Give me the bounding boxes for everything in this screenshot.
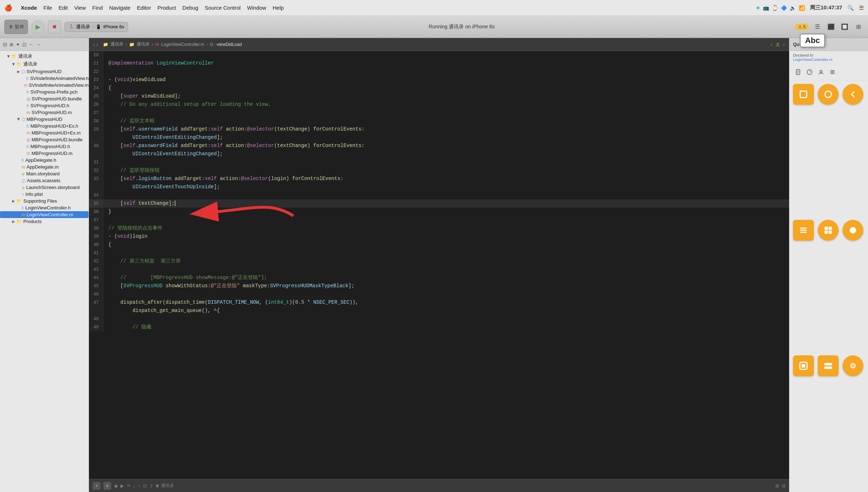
record-button[interactable] <box>843 220 863 241</box>
sidebar-item-main-storyboard[interactable]: ▶ ◈ Main.storyboard <box>0 170 89 177</box>
menubar-view[interactable]: View <box>74 5 86 11</box>
sidebar-item-sv-h1[interactable]: ▶ h SVIndefiniteAnimatedView.h <box>0 75 89 82</box>
sidebar-back-icon[interactable]: ← <box>29 42 34 47</box>
sidebar-item-loginvc-m[interactable]: ▶ m LoginViewController.m <box>0 211 89 218</box>
sidebar-item-appdelegate-h[interactable]: ▶ h AppDelegate.h <box>0 157 89 164</box>
sidebar-item-group[interactable]: ▶ 📁 通讯录 <box>0 60 89 68</box>
forward-arrow[interactable]: › <box>96 42 98 47</box>
menubar-file[interactable]: File <box>43 5 52 11</box>
svg-rect-22 <box>829 231 832 234</box>
menubar-window[interactable]: Window <box>247 5 266 11</box>
sidebar-item-mb-bundle[interactable]: ▶ ◎ MBProgressHUD.bundle <box>0 136 89 143</box>
code-line-38: 38 // 登陆按钮的点击事件 <box>89 224 789 232</box>
square-stop-button[interactable] <box>793 84 814 105</box>
arrow-open-icon: ▶ <box>7 53 11 59</box>
sidebar-item-launch-storyboard[interactable]: ▶ ◈ LaunchScreen.storyboard <box>0 184 89 191</box>
warning-badge[interactable]: ⚠ 5 <box>795 24 808 30</box>
apple-icon[interactable]: 🍎 <box>4 4 12 12</box>
list-icon[interactable]: ☰ <box>859 5 864 11</box>
inspector-toggle[interactable]: 🔲 <box>839 22 850 32</box>
back-arrow[interactable]: ‹ <box>93 42 95 47</box>
menubar-navigate[interactable]: Navigate <box>109 5 130 11</box>
sidebar-item-sv-pch[interactable]: ▶ h SVProgress-Prefix.pch <box>0 89 89 95</box>
share-icon: ⇪ <box>150 483 153 488</box>
sidebar-item-label: 通讯录 <box>23 61 37 67</box>
menubar-source-control[interactable]: Source Control <box>205 5 241 11</box>
filter-button[interactable]: ≡ <box>103 482 111 490</box>
warning-nav-icon[interactable]: ⚠ <box>775 42 780 47</box>
pause-button[interactable]: ⏸ 暂停 <box>4 20 28 34</box>
sidebar-nav-icon[interactable]: ⊟ <box>3 42 7 47</box>
identity-inspector-tab[interactable] <box>816 67 826 77</box>
sidebar-filter-icon[interactable]: ✦ <box>16 42 20 47</box>
breadcrumb-item-2[interactable]: 通讯录 <box>137 41 150 47</box>
sidebar-item-infoplist[interactable]: ▶ ≡ Info.plist <box>0 191 89 198</box>
breadcrumb-item-1[interactable]: 通讯录 <box>110 41 123 47</box>
sidebar-item-mb-m1[interactable]: ▶ m MBProgressHUD+Ex.m <box>0 129 89 136</box>
navigator-toggle[interactable]: ☰ <box>812 22 823 32</box>
menubar-debug[interactable]: Debug <box>183 5 198 11</box>
run-button[interactable]: ▶ <box>32 20 44 33</box>
sidebar-item-label: MBProgressHUD+Ex.m <box>32 130 81 136</box>
menubar-find[interactable]: Find <box>92 5 103 11</box>
sidebar-forward-icon[interactable]: → <box>36 42 41 47</box>
wide-layout-button[interactable] <box>818 355 839 376</box>
breadcrumb-item-4[interactable]: -viewDidLoad <box>216 42 242 47</box>
scheme-icon: 🏃 <box>69 24 74 29</box>
nav-right-icon[interactable]: › <box>783 41 785 48</box>
stop-button[interactable]: ■ <box>48 20 61 33</box>
sidebar-item-mb-m2[interactable]: ▶ m MBProgressHUD.m <box>0 150 89 157</box>
back-arrow-button[interactable] <box>843 84 863 105</box>
step-in-icon: ↓ <box>133 483 135 488</box>
menubar-edit[interactable]: Edit <box>58 5 68 11</box>
menubar-xcode[interactable]: Xcode <box>21 5 37 11</box>
code-line-32: 32 // 监听登陆按钮 <box>89 166 789 175</box>
breadcrumb-item-3[interactable]: LoginViewController.m <box>161 42 204 47</box>
svg-point-13 <box>831 73 833 74</box>
rounded-square-button[interactable] <box>793 355 814 376</box>
sidebar-item-sv-bundle[interactable]: ▶ ◎ SVProgressHUD.bundle <box>0 95 89 102</box>
code-line-25: 25 [super viewDidLoad]; <box>89 92 789 100</box>
sidebar-item-mb-h1[interactable]: ▶ h MBProgressHUD+Ex.h <box>0 123 89 129</box>
scheme-selector[interactable]: 🏃 通讯录 › 📱 iPhone 6s <box>65 22 128 32</box>
svg-point-12 <box>832 71 834 73</box>
sidebar-item-mbprogress[interactable]: ▶ ⬡ MBProgressHUD <box>0 116 89 123</box>
nav-left-icon[interactable]: ‹ <box>770 41 772 48</box>
sidebar-item-sv-h2[interactable]: ▶ h SVProgressHUD.h <box>0 102 89 109</box>
grid-icon[interactable]: ⊞ <box>775 483 779 488</box>
sidebar-item-svprogress[interactable]: ▶ ⬡ SVProgressHUD <box>0 68 89 75</box>
search-icon[interactable]: 🔍 <box>847 5 854 11</box>
sidebar-item-sv-m1[interactable]: ▶ m SVIndefiniteAnimatedView.m <box>0 82 89 89</box>
small-circle-button[interactable] <box>843 355 863 376</box>
sidebar-grid-icon[interactable]: ⊡ <box>22 42 27 47</box>
grid-view-button[interactable] <box>818 220 839 241</box>
circle-outline-button[interactable] <box>818 84 839 105</box>
layout-icon[interactable]: ⊞ <box>853 22 864 32</box>
sidebar-item-loginvc-h[interactable]: ▶ h LoginViewController.h <box>0 204 89 211</box>
sidebar-add-icon[interactable]: ⊕ <box>9 42 14 47</box>
sidebar-item-mb-h2[interactable]: ▶ h MBProgressHUD.h <box>0 143 89 150</box>
breadcrumb-bar: ‹ › 📁 通讯录 › 📁 通讯录 › m LoginViewControlle… <box>89 38 789 51</box>
sidebar-item-supporting[interactable]: ▶ 📁 Supporting Files <box>0 198 89 204</box>
code-line-47: 47 dispatch_after(dispatch_time(DISPATCH… <box>89 298 789 307</box>
list-view-button[interactable] <box>793 220 814 241</box>
menubar-editor[interactable]: Editor <box>137 5 151 11</box>
sidebar-item-appdelegate-m[interactable]: ▶ m AppDelegate.m <box>0 164 89 170</box>
sidebar-item-products[interactable]: ▶ 📁 Products <box>0 218 89 225</box>
sidebar-item-xcassets[interactable]: ▶ ◫ Assets.xcassets <box>0 177 89 184</box>
debug-toggle[interactable]: ⬛ <box>826 22 836 32</box>
attributes-inspector-tab[interactable] <box>827 67 838 77</box>
file-inspector-tab[interactable] <box>793 67 803 77</box>
code-line-43: 43 <box>89 265 789 274</box>
code-area[interactable]: 20 21 @implementation LoginViewControlle… <box>89 51 789 479</box>
split-icon[interactable]: ⊟ <box>782 483 786 488</box>
sidebar-item-sv-m2[interactable]: ▶ m SVProgressHUD.m <box>0 109 89 116</box>
sidebar-item-label: MBProgressHUD.m <box>32 151 72 156</box>
menubar-product[interactable]: Product <box>157 5 176 11</box>
arrow-closed-icon: ▶ <box>16 70 22 74</box>
add-file-button[interactable]: + <box>93 482 100 490</box>
sidebar-item-root[interactable]: ▶ 📁 通讯录 <box>0 52 89 60</box>
menubar-help[interactable]: Help <box>273 5 284 11</box>
quick-help-tab[interactable]: ? <box>805 67 815 77</box>
menubar: 🍎 Xcode File Edit View Find Navigate Edi… <box>0 0 868 16</box>
